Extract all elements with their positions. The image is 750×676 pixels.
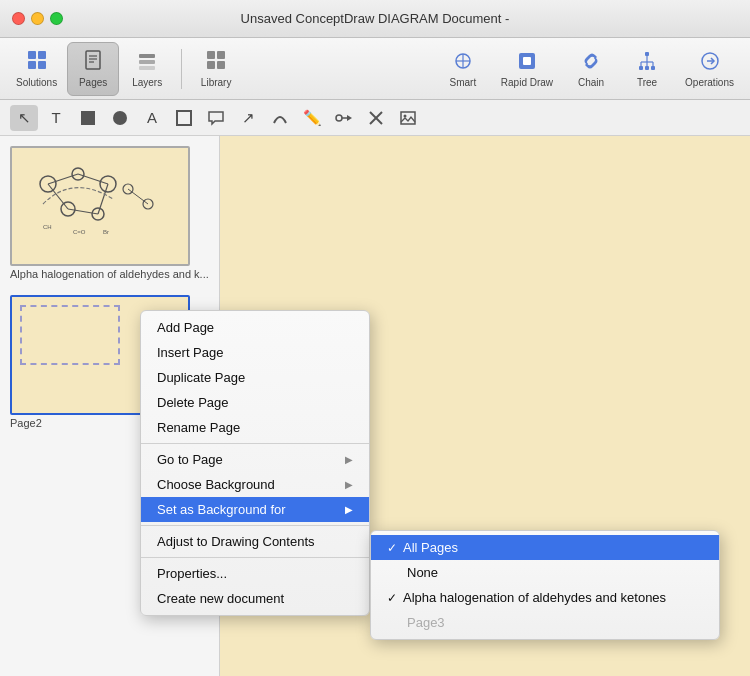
shape-tool[interactable] <box>170 105 198 131</box>
all-pages-check: ✓ <box>387 541 397 555</box>
titlebar: Unsaved ConceptDraw DIAGRAM Document - <box>0 0 750 38</box>
svg-rect-3 <box>38 61 46 69</box>
ctx-add-page[interactable]: Add Page <box>141 315 369 340</box>
page-thumb-img-1: CH C=O Br <box>10 146 190 266</box>
operations-label: Operations <box>685 77 734 88</box>
toolbar-tree[interactable]: Tree <box>621 42 673 96</box>
svg-text:C=O: C=O <box>73 229 86 235</box>
submenu2-all-pages[interactable]: ✓ All Pages <box>371 535 719 560</box>
submenu2-none[interactable]: None <box>371 560 719 585</box>
solutions-icon <box>26 49 48 75</box>
alpha-check: ✓ <box>387 591 397 605</box>
toolbar-chain[interactable]: Chain <box>565 42 617 96</box>
go-to-page-arrow: ▶ <box>345 454 353 465</box>
toolbar-separator-1 <box>181 49 182 89</box>
svg-rect-8 <box>139 54 155 58</box>
ctx-insert-page[interactable]: Insert Page <box>141 340 369 365</box>
solutions-label: Solutions <box>16 77 57 88</box>
ctx-delete-page[interactable]: Delete Page <box>141 390 369 415</box>
set-as-bg-submenu: ✓ All Pages None ✓ Alpha halogenation of… <box>370 530 720 640</box>
toolbar-smart[interactable]: Smart <box>437 42 489 96</box>
ctx-choose-bg[interactable]: Choose Background ▶ <box>141 472 369 497</box>
disconnect-tool[interactable] <box>362 105 390 131</box>
connector-tool[interactable] <box>330 105 358 131</box>
arc-tool[interactable] <box>266 105 294 131</box>
svg-text:CH: CH <box>43 224 52 230</box>
ctx-sep-3 <box>141 557 369 558</box>
chain-icon <box>580 50 602 75</box>
window-title: Unsaved ConceptDraw DIAGRAM Document - <box>241 11 510 26</box>
page-2-label: Page2 <box>10 417 42 429</box>
rect-tool[interactable] <box>74 105 102 131</box>
svg-rect-12 <box>217 51 225 59</box>
drawing-toolbar: ↖ T A ↗ ✏️ <box>0 100 750 136</box>
tree-label: Tree <box>637 77 657 88</box>
toolbar-solutions[interactable]: Solutions <box>8 42 65 96</box>
ctx-create-new[interactable]: Create new document <box>141 586 369 611</box>
image-tool[interactable] <box>394 105 422 131</box>
library-label: Library <box>201 77 232 88</box>
svg-rect-14 <box>217 61 225 69</box>
smart-icon <box>452 50 474 75</box>
ctx-sep-2 <box>141 525 369 526</box>
svg-text:Br: Br <box>103 229 109 235</box>
minimize-button[interactable] <box>31 12 44 25</box>
traffic-lights <box>12 12 63 25</box>
toolbar-library[interactable]: Library <box>190 42 242 96</box>
svg-rect-10 <box>139 66 155 70</box>
ctx-duplicate-page[interactable]: Duplicate Page <box>141 365 369 390</box>
choose-bg-arrow: ▶ <box>345 479 353 490</box>
main-toolbar: Solutions Pages Layers Library Smart <box>0 38 750 100</box>
pages-icon <box>82 49 104 75</box>
svg-rect-0 <box>28 51 36 59</box>
pen-tool[interactable]: ✏️ <box>298 105 326 131</box>
comment-tool[interactable] <box>202 105 230 131</box>
svg-rect-33 <box>177 111 191 125</box>
svg-rect-2 <box>28 61 36 69</box>
text-tool-2[interactable]: A <box>138 105 166 131</box>
set-as-bg-arrow: ▶ <box>345 504 353 515</box>
chain-label: Chain <box>578 77 604 88</box>
page-thumb-1[interactable]: CH C=O Br Alpha halogenation of aldehyde… <box>10 146 209 281</box>
svg-line-48 <box>48 184 68 209</box>
ctx-adjust[interactable]: Adjust to Drawing Contents <box>141 529 369 554</box>
rapid-draw-icon <box>516 50 538 75</box>
tree-icon <box>636 50 658 75</box>
svg-point-40 <box>404 114 407 117</box>
pages-label: Pages <box>79 77 107 88</box>
svg-rect-1 <box>38 51 46 59</box>
submenu2-page3: Page3 <box>371 610 719 635</box>
svg-rect-23 <box>651 66 655 70</box>
ctx-set-as-bg[interactable]: Set as Background for ▶ <box>141 497 369 522</box>
ctx-properties[interactable]: Properties... <box>141 561 369 586</box>
close-button[interactable] <box>12 12 25 25</box>
toolbar-right-group: Smart Rapid Draw Chain Tree Operations <box>437 42 742 96</box>
maximize-button[interactable] <box>50 12 63 25</box>
text-tool[interactable]: T <box>42 105 70 131</box>
svg-rect-21 <box>639 66 643 70</box>
svg-rect-31 <box>81 111 95 125</box>
smart-label: Smart <box>449 77 476 88</box>
svg-line-53 <box>128 189 148 204</box>
operations-icon <box>699 50 721 75</box>
ctx-go-to-page[interactable]: Go to Page ▶ <box>141 447 369 472</box>
toolbar-pages[interactable]: Pages <box>67 42 119 96</box>
toolbar-layers[interactable]: Layers <box>121 42 173 96</box>
svg-point-34 <box>336 115 342 121</box>
arrow-tool[interactable]: ↗ <box>234 105 262 131</box>
layers-label: Layers <box>132 77 162 88</box>
svg-point-32 <box>113 111 127 125</box>
svg-rect-4 <box>86 51 100 69</box>
svg-rect-19 <box>523 57 531 65</box>
svg-rect-9 <box>139 60 155 64</box>
toolbar-rapid-draw[interactable]: Rapid Draw <box>493 42 561 96</box>
svg-rect-22 <box>645 66 649 70</box>
submenu2-alpha[interactable]: ✓ Alpha halogenation of aldehydes and ke… <box>371 585 719 610</box>
ellipse-tool[interactable] <box>106 105 134 131</box>
page2-dashed-rect <box>20 305 120 365</box>
toolbar-operations[interactable]: Operations <box>677 42 742 96</box>
ctx-rename-page[interactable]: Rename Page <box>141 415 369 440</box>
layers-icon <box>136 49 158 75</box>
svg-marker-36 <box>347 115 352 121</box>
select-tool[interactable]: ↖ <box>10 105 38 131</box>
